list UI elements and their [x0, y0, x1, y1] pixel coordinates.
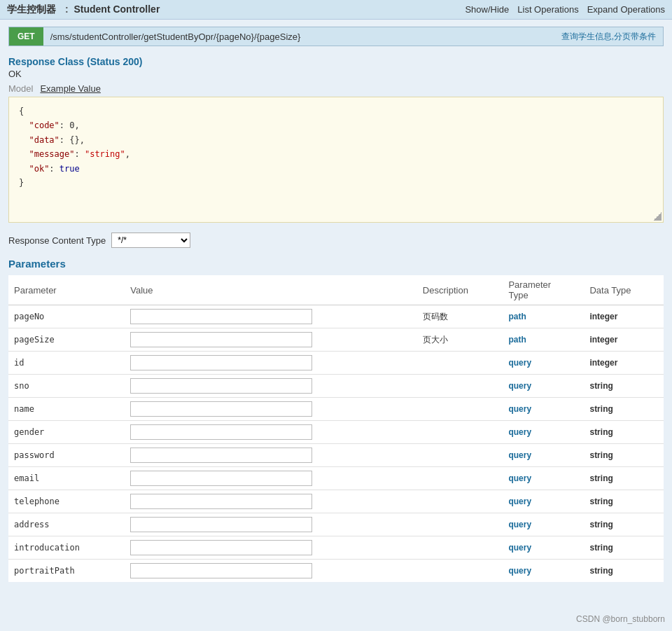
parameters-table: Parameter Value Description ParameterTyp…: [8, 275, 664, 582]
parameters-title: Parameters: [8, 258, 664, 270]
param-value-cell: [125, 421, 417, 444]
param-name-cell: introducation: [8, 536, 125, 560]
model-tab-label: Model: [8, 83, 33, 94]
param-value-cell: [125, 352, 417, 375]
parameters-section: Parameters Parameter Value Description P…: [8, 258, 664, 582]
param-value-cell: [125, 560, 417, 583]
param-value-cell: [125, 513, 417, 536]
param-name-cell: sno: [8, 375, 125, 398]
header-title: 学生控制器 : Student Controller: [7, 4, 160, 16]
param-name: portraitPath: [14, 566, 75, 576]
param-type-cell: query: [503, 421, 584, 444]
param-name: introducation: [14, 543, 80, 553]
param-name: id: [14, 358, 24, 368]
response-class-title: Response Class (Status 200): [8, 56, 664, 67]
param-input-address[interactable]: [130, 517, 312, 532]
col-header-value: Value: [125, 275, 417, 305]
code-line-6: }: [19, 176, 653, 190]
param-type-cell: path: [503, 328, 584, 352]
param-description-cell: [417, 467, 503, 490]
param-value-cell: [125, 444, 417, 467]
param-input-pageNo[interactable]: [130, 309, 312, 324]
content-type-select[interactable]: */* application/json text/plain: [111, 233, 190, 248]
code-line-1: {: [19, 104, 653, 118]
param-name-cell: id: [8, 352, 125, 375]
param-name-cell: address: [8, 513, 125, 536]
header-bar: 学生控制器 : Student Controller Show/Hide Lis…: [0, 0, 672, 20]
param-datatype-cell: integer: [584, 352, 664, 375]
param-name: address: [14, 520, 50, 529]
param-name-cell: portraitPath: [8, 560, 125, 583]
table-row: namequerystring: [8, 398, 664, 421]
param-type-cell: path: [503, 305, 584, 328]
param-input-pageSize[interactable]: [130, 332, 312, 347]
table-row: passwordquerystring: [8, 444, 664, 467]
title-english: Student Controller: [74, 4, 160, 15]
content-type-row: Response Content Type */* application/js…: [8, 233, 664, 248]
col-header-param-type: ParameterType: [503, 275, 584, 305]
param-name: gender: [14, 427, 44, 437]
table-row: pageNo页码数pathinteger: [8, 305, 664, 328]
param-name: pageSize: [14, 335, 55, 345]
param-datatype-cell: string: [584, 536, 664, 560]
param-value-cell: [125, 490, 417, 513]
param-description-cell: [417, 421, 503, 444]
param-input-sno[interactable]: [130, 378, 312, 394]
param-name: password: [14, 450, 55, 460]
param-input-email[interactable]: [130, 471, 312, 486]
code-line-4: "message": "string",: [19, 147, 653, 161]
param-name-cell: email: [8, 467, 125, 490]
endpoint-path: /sms/studentController/getStudentByOpr/{…: [50, 32, 561, 42]
resize-handle[interactable]: [653, 212, 662, 221]
param-description-cell: [417, 375, 503, 398]
table-header-row: Parameter Value Description ParameterTyp…: [8, 275, 664, 305]
model-tabs: Model Example Value: [8, 83, 664, 94]
title-separator: :: [65, 4, 69, 15]
param-name-cell: gender: [8, 421, 125, 444]
response-class: Response Class (Status 200) OK: [8, 56, 664, 79]
endpoint-description: 查询学生信息,分页带条件: [561, 31, 663, 43]
table-row: genderquerystring: [8, 421, 664, 444]
header-actions: Show/Hide List Operations Expand Operati…: [465, 4, 665, 15]
param-input-introducation[interactable]: [130, 540, 312, 555]
param-datatype-cell: string: [584, 467, 664, 490]
code-line-5: "ok": true: [19, 162, 653, 176]
code-example-box: { "code": 0, "data": {}, "message": "str…: [8, 97, 664, 223]
param-type-cell: query: [503, 513, 584, 536]
title-chinese: 学生控制器: [7, 4, 56, 15]
col-header-description: Description: [417, 275, 503, 305]
col-header-parameter: Parameter: [8, 275, 125, 305]
main-content: GET /sms/studentController/getStudentByO…: [0, 20, 672, 589]
table-row: portraitPathquerystring: [8, 560, 664, 583]
param-datatype-cell: string: [584, 490, 664, 513]
param-input-id[interactable]: [130, 355, 312, 370]
param-input-password[interactable]: [130, 448, 312, 463]
param-description-cell: [417, 444, 503, 467]
table-row: idqueryinteger: [8, 352, 664, 375]
param-name-cell: password: [8, 444, 125, 467]
param-description-cell: 页大小: [417, 328, 503, 352]
table-row: telephonequerystring: [8, 490, 664, 513]
code-line-2: "code": 0,: [19, 118, 653, 132]
param-input-gender[interactable]: [130, 424, 312, 440]
param-type-cell: query: [503, 398, 584, 421]
code-line-3: "data": {},: [19, 133, 653, 147]
param-input-portraitPath[interactable]: [130, 563, 312, 578]
param-name: email: [14, 473, 39, 483]
param-description-cell: [417, 398, 503, 421]
table-row: pageSize页大小pathinteger: [8, 328, 664, 352]
list-operations-link[interactable]: List Operations: [517, 4, 578, 15]
param-datatype-cell: string: [584, 513, 664, 536]
param-name-cell: name: [8, 398, 125, 421]
param-value-cell: [125, 305, 417, 328]
expand-operations-link[interactable]: Expand Operations: [587, 4, 665, 15]
param-datatype-cell: string: [584, 560, 664, 583]
example-value-tab[interactable]: Example Value: [40, 83, 100, 94]
param-input-telephone[interactable]: [130, 494, 312, 509]
table-row: snoquerystring: [8, 375, 664, 398]
param-description-cell: [417, 560, 503, 583]
show-hide-link[interactable]: Show/Hide: [465, 4, 509, 15]
param-input-name[interactable]: [130, 401, 312, 417]
param-value-cell: [125, 536, 417, 560]
param-datatype-cell: string: [584, 375, 664, 398]
